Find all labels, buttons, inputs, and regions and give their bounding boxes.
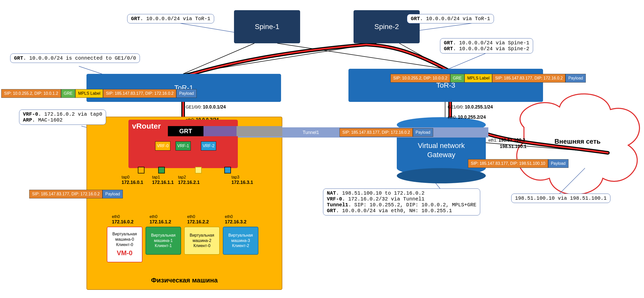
gw-eth0-label: eth0: 10.0.255.2/24 [448,115,486,120]
pkt-l-gre: GRE [61,89,76,98]
pkt-tun-payload: Payload [413,128,433,137]
vrf-2-box: VRF-2 [201,141,216,151]
vrf-2-label: VRF-2 [203,144,214,148]
spine-2-label: Spine-2 [374,23,399,31]
pkt-r-outer: SIP: 10.0.255.2, DIP: 10.0.0.2 [390,74,450,83]
tor3-ge-label: GE1/0/0: 10.0.255.1/24 [448,104,493,110]
tap1-port [158,167,165,173]
pkt-vm-payload: Payload [103,190,123,198]
tap0-port [138,167,144,173]
pkt-l-inner: SIP: 185.147.83.177, DIP: 172.16.0.2 [103,89,176,98]
pkt-l-mpls: MPLS Label [75,89,103,98]
pkt-ext-inner: SIP: 185.147.83.177, DIP: 198.51.100.10 [468,159,548,168]
tor1-ge-label: GE1/0/0: 10.0.0.1/24 [186,104,226,110]
pkt-r-inner: SIP: 185.147.83.177, DIP: 172.16.0.2 [492,74,565,83]
gw-eth1-label-b: 198.51.100.1 [500,144,526,149]
pkt-r-gre: GRE [450,74,465,83]
svg-line-23 [560,168,585,194]
pkt-l-outer: SIP: 10.0.255.2, DIP: 10.0.1.2 [1,89,61,98]
vm3-eth-label: eth0172.16.3.2 [225,214,246,225]
vrouter-label: vRouter [132,122,161,130]
tap2-port [195,167,202,173]
packet-vm0: SIP: 185.147.83.177, DIP: 172.16.0.2 Pay… [29,190,123,198]
tap0-label: tap0172.16.0.1 [122,174,143,185]
vm-1-node: Виртуальнаямашина-1Клиент-1 [145,227,181,255]
gateway-label-1: Virtual network [418,142,465,150]
svg-line-19 [448,52,488,69]
packet-right-full: SIP: 10.0.255.2, DIP: 10.0.0.2 GRE MPLS … [390,74,586,83]
tap1-label: tap1172.16.1.1 [152,174,174,185]
vm2-eth-label: eth0172.16.2.2 [187,214,209,225]
vm-2-node: Виртуальнаямашина-2Клиент-0 [184,227,220,255]
vm0-eth-label: eth0172.16.0.2 [112,214,134,225]
tap2-label: tap2172.16.2.1 [178,174,200,185]
packet-external: SIP: 185.147.83.177, DIP: 198.51.100.10 … [468,159,568,168]
pkt-r-mpls: MPLS Label [464,74,492,83]
pkt-tun-inner: SIP: 185.147.83.177, DIP: 172.16.0.2 [340,128,413,137]
grt-box: GRT [168,126,203,136]
callout-tor3: GRT. 10.0.0.0/24 via Spine-1 GRT. 10.0.0… [440,38,533,53]
vrf-1-box: VRF-1 [175,141,191,151]
vrf-0-box: VRF-0 [155,141,170,151]
packet-tunnel: SIP: 185.147.83.177, DIP: 172.16.0.2 Pay… [340,128,433,137]
pkt-r-payload: Payload [565,74,586,83]
callout-spine2: GRT. GRT. 10.0.0.0/24 via ToR-110.0.0.0/… [407,14,494,23]
vrf-1-label: VRF-1 [177,144,189,148]
tap3-port [224,167,231,173]
gateway-label-2: Gateway [427,151,456,159]
callout-vrf0: VRF-0. 172.16.0.2 via tap0 ARP. MAC-1602… [19,110,106,125]
pkt-l-payload: Payload [176,89,197,98]
pkt-ext-payload: Payload [548,159,568,168]
packet-left-full: SIP: 10.0.255.2, DIP: 10.0.1.2 GRE MPLS … [1,89,197,98]
grt-label: GRT [179,128,192,135]
vm1-eth-label: eth0172.16.1.2 [150,214,171,225]
callout-tor1: GRT. GRT. 10.0.0.0/24 is connected to GE… [10,53,140,63]
tap3-label: tap3172.16.3.1 [231,174,253,185]
vm-0-node: Виртуальнаямашина-0Клиент-0 VM-0 [107,227,142,262]
svg-line-2 [183,43,376,74]
external-network-label: Внешняя сеть [554,138,601,145]
pkt-vm-inner: SIP: 185.147.83.177, DIP: 172.16.0.2 [29,190,103,198]
callout-spine1: GRT. GRT. 10.0.0.0/24 via ToR-110.0.0.0/… [127,14,214,23]
tunnel-label: Tunnel1 [303,130,319,135]
gw-eth1-label-a: eth1: 198.51.100.2 [488,138,525,143]
physical-machine-label: Физическая машина [151,276,218,284]
svg-line-17 [178,23,239,33]
grt-grey-segment [237,126,282,136]
callout-gateway: NAT. 198.51.100.10 to 172.16.0.2 VRF-0. … [323,188,480,215]
svg-line-3 [399,43,445,69]
svg-line-0 [183,43,254,74]
vm-3-node: Виртуальнаямашина-3Клиент-2 [223,227,258,255]
callout-external: 198.51.100.10 via 198.51.100.1 [511,194,610,203]
spine-1-label: Spine-1 [255,23,280,31]
grt-right-segment [203,126,237,136]
spine-1-node: Spine-1 [234,10,300,43]
vrf-0-label: VRF-0 [157,144,169,148]
svg-line-1 [277,43,445,69]
